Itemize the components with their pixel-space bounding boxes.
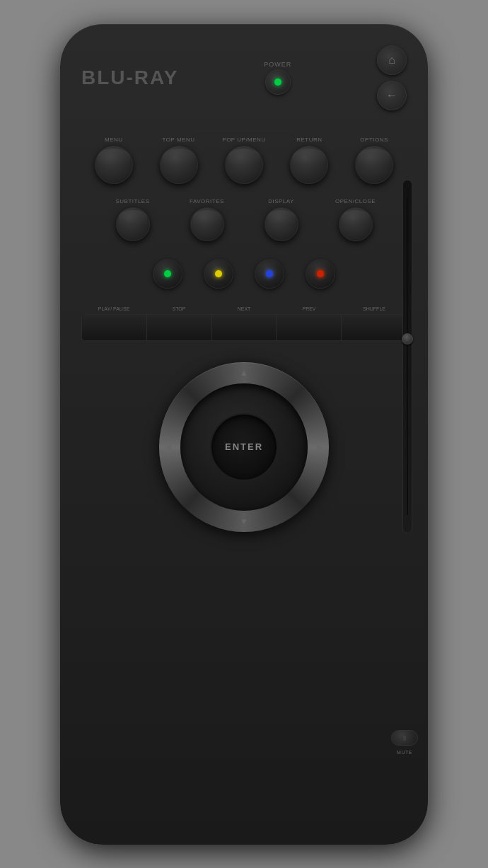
left-arrow: ◀ (165, 442, 171, 452)
prev-key[interactable] (277, 315, 342, 340)
slider-thumb[interactable] (402, 333, 413, 345)
back-icon: ← (386, 89, 397, 102)
row1-labels: MENU TOP MENU POP UP/MENU RETURN OPTIONS (81, 137, 407, 143)
led-blue-dot (266, 270, 273, 277)
transport-labels: PLAY/ PAUSE STOP NEXT PREV SHUFFLE (81, 306, 407, 311)
open-close-label: OPEN/CLOSE (335, 198, 377, 204)
led-yellow-button[interactable] (204, 259, 233, 289)
enter-label: ENTER (225, 441, 263, 452)
mute-label: MUTE (397, 750, 412, 755)
top-menu-label: TOP MENU (158, 137, 200, 143)
shuffle-key[interactable] (342, 315, 406, 340)
options-button[interactable] (355, 146, 393, 184)
power-group: POWER (264, 61, 291, 95)
play-pause-label: PLAY/ PAUSE (96, 306, 132, 311)
play-pause-key[interactable] (82, 315, 147, 340)
return-button[interactable] (290, 146, 328, 184)
transport-bar (81, 314, 407, 341)
brand-title: BLU-RAY (81, 66, 178, 89)
row1-section: MENU TOP MENU POP UP/MENU RETURN OPTIONS (81, 137, 407, 184)
power-label: POWER (264, 61, 291, 68)
led-yellow-dot (215, 270, 222, 277)
divider-1 (114, 130, 374, 131)
enter-button[interactable]: ENTER (210, 413, 278, 481)
up-arrow: ▲ (240, 368, 248, 378)
slider-groove (407, 197, 408, 514)
back-button[interactable]: ← (377, 81, 407, 110)
return-label: RETURN (288, 137, 330, 143)
volume-slider[interactable] (402, 180, 412, 533)
subtitles-label: SUBTITLES (112, 198, 154, 204)
dpad-outer: ▲ ▼ ◀ ▶ ENTER (159, 362, 329, 532)
transport-section: PLAY/ PAUSE STOP NEXT PREV SHUFFLE (81, 306, 407, 341)
prev-label: PREV (291, 306, 327, 311)
row2-section: SUBTITLES FAVORITES DISPLAY OPEN/CLOSE (81, 198, 407, 241)
row2-labels: SUBTITLES FAVORITES DISPLAY OPEN/CLOSE (81, 198, 407, 204)
mute-icon: || (403, 734, 406, 741)
stop-key[interactable] (147, 315, 212, 340)
power-indicator (274, 79, 281, 86)
led-red-dot (317, 270, 324, 277)
shuffle-label: SHUFFLE (356, 306, 392, 311)
led-blue-button[interactable] (255, 259, 284, 289)
favorites-button[interactable] (190, 207, 224, 241)
favorites-label: FAVORITES (186, 198, 228, 204)
right-arrow: ▶ (317, 442, 323, 452)
top-menu-button[interactable] (160, 146, 198, 184)
dpad-section: ▲ ▼ ◀ ▶ ENTER (81, 362, 407, 532)
row2-buttons (81, 207, 407, 241)
menu-button[interactable] (95, 146, 133, 184)
led-green-dot (164, 270, 171, 277)
top-section: BLU-RAY POWER ⌂ ← (81, 45, 407, 110)
subtitles-button[interactable] (116, 207, 150, 241)
down-arrow: ▼ (240, 516, 248, 526)
row1-buttons (81, 146, 407, 184)
stop-label: STOP (161, 306, 197, 311)
menu-label: MENU (93, 137, 135, 143)
mute-button[interactable]: || MUTE (391, 730, 418, 746)
power-button[interactable] (265, 69, 291, 95)
home-icon: ⌂ (388, 54, 395, 66)
led-green-button[interactable] (153, 259, 182, 289)
home-back-group: ⌂ ← (377, 45, 407, 110)
home-button[interactable]: ⌂ (377, 45, 407, 75)
popup-menu-label: POP UP/MENU (222, 137, 265, 143)
open-close-button[interactable] (339, 207, 373, 241)
popup-menu-button[interactable] (225, 146, 263, 184)
display-label: DISPLAY (260, 198, 303, 204)
remote-control: BLU-RAY POWER ⌂ ← MENU TOP MENU POP UP/M… (60, 24, 428, 845)
led-red-button[interactable] (306, 259, 335, 289)
options-label: OPTIONS (353, 137, 395, 143)
next-label: NEXT (226, 306, 262, 311)
led-row (81, 259, 407, 289)
display-button[interactable] (265, 207, 298, 241)
next-key[interactable] (212, 315, 277, 340)
